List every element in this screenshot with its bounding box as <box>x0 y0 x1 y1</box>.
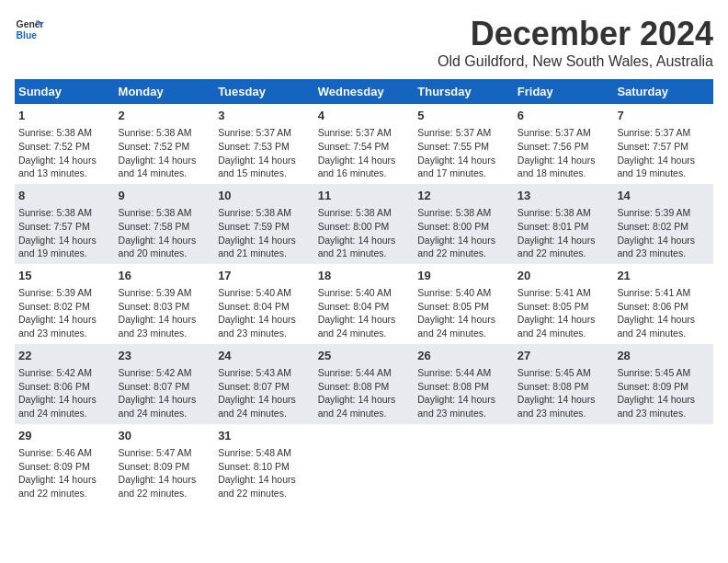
day-number: 18 <box>318 268 411 284</box>
day-cell: 18Sunrise: 5:40 AMSunset: 8:04 PMDayligh… <box>314 264 415 344</box>
daylight-text: Daylight: 14 hours and 13 minutes. <box>18 155 97 179</box>
page-header: General Blue December 2024 Old Guildford… <box>15 15 713 70</box>
sunrise-text: Sunrise: 5:45 AM <box>617 367 690 378</box>
sunset-text: Sunset: 7:58 PM <box>119 221 190 232</box>
calendar-table: SundayMondayTuesdayWednesdayThursdayFrid… <box>15 79 713 504</box>
sunset-text: Sunset: 8:09 PM <box>119 461 190 472</box>
sunrise-text: Sunrise: 5:42 AM <box>18 367 92 378</box>
day-number: 16 <box>119 268 211 284</box>
day-number: 7 <box>617 108 710 124</box>
week-row-4: 22Sunrise: 5:42 AMSunset: 8:06 PMDayligh… <box>15 344 713 424</box>
sunset-text: Sunset: 8:01 PM <box>518 221 589 232</box>
sunrise-text: Sunrise: 5:39 AM <box>119 287 192 298</box>
day-cell: 24Sunrise: 5:43 AMSunset: 8:07 PMDayligh… <box>214 344 314 424</box>
day-cell <box>613 424 713 504</box>
sunset-text: Sunset: 8:02 PM <box>18 301 90 312</box>
daylight-text: Daylight: 14 hours and 15 minutes. <box>218 155 296 179</box>
sunrise-text: Sunrise: 5:40 AM <box>318 287 392 298</box>
daylight-text: Daylight: 14 hours and 18 minutes. <box>518 155 596 179</box>
day-number: 19 <box>417 268 510 284</box>
sunset-text: Sunset: 7:59 PM <box>218 221 290 232</box>
day-cell: 14Sunrise: 5:39 AMSunset: 8:02 PMDayligh… <box>613 184 713 264</box>
sunrise-text: Sunrise: 5:37 AM <box>218 127 291 138</box>
sunset-text: Sunset: 8:04 PM <box>218 301 290 312</box>
daylight-text: Daylight: 14 hours and 21 minutes. <box>318 235 396 259</box>
header-cell-thursday: Thursday <box>414 79 514 104</box>
daylight-text: Daylight: 14 hours and 24 minutes. <box>318 394 396 419</box>
week-row-5: 29Sunrise: 5:46 AMSunset: 8:09 PMDayligh… <box>15 424 713 504</box>
daylight-text: Daylight: 14 hours and 22 minutes. <box>218 474 296 499</box>
day-cell: 12Sunrise: 5:38 AMSunset: 8:00 PMDayligh… <box>414 184 514 264</box>
day-number: 31 <box>218 428 311 444</box>
day-number: 4 <box>318 108 411 124</box>
sunrise-text: Sunrise: 5:37 AM <box>518 127 591 138</box>
sunrise-text: Sunrise: 5:41 AM <box>617 287 690 298</box>
daylight-text: Daylight: 14 hours and 22 minutes. <box>18 474 97 499</box>
daylight-text: Daylight: 14 hours and 16 minutes. <box>318 155 396 179</box>
header-cell-monday: Monday <box>115 79 215 104</box>
sunset-text: Sunset: 8:05 PM <box>518 301 589 312</box>
day-cell: 4Sunrise: 5:37 AMSunset: 7:54 PMDaylight… <box>314 104 415 184</box>
daylight-text: Daylight: 14 hours and 24 minutes. <box>18 394 97 419</box>
day-number: 30 <box>119 428 211 444</box>
sunrise-text: Sunrise: 5:48 AM <box>218 447 291 458</box>
sunrise-text: Sunrise: 5:37 AM <box>417 127 491 138</box>
header-row: SundayMondayTuesdayWednesdayThursdayFrid… <box>15 79 713 104</box>
day-cell <box>414 424 514 504</box>
daylight-text: Daylight: 14 hours and 24 minutes. <box>617 314 695 339</box>
sunset-text: Sunset: 8:08 PM <box>518 381 589 392</box>
daylight-text: Daylight: 14 hours and 24 minutes. <box>218 394 296 419</box>
day-number: 27 <box>518 348 610 364</box>
logo: General Blue <box>15 15 44 44</box>
daylight-text: Daylight: 14 hours and 14 minutes. <box>119 155 197 179</box>
sunset-text: Sunset: 7:57 PM <box>617 141 688 152</box>
day-cell: 13Sunrise: 5:38 AMSunset: 8:01 PMDayligh… <box>514 184 614 264</box>
day-number: 8 <box>18 188 111 204</box>
day-number: 21 <box>617 268 710 284</box>
day-number: 13 <box>518 188 610 204</box>
sunset-text: Sunset: 8:06 PM <box>18 381 90 392</box>
sunrise-text: Sunrise: 5:40 AM <box>417 287 491 298</box>
day-cell: 31Sunrise: 5:48 AMSunset: 8:10 PMDayligh… <box>214 424 314 504</box>
day-cell: 19Sunrise: 5:40 AMSunset: 8:05 PMDayligh… <box>414 264 514 344</box>
day-cell: 26Sunrise: 5:44 AMSunset: 8:08 PMDayligh… <box>414 344 514 424</box>
day-cell: 27Sunrise: 5:45 AMSunset: 8:08 PMDayligh… <box>514 344 614 424</box>
day-cell: 20Sunrise: 5:41 AMSunset: 8:05 PMDayligh… <box>514 264 614 344</box>
header-cell-saturday: Saturday <box>613 79 713 104</box>
day-cell: 16Sunrise: 5:39 AMSunset: 8:03 PMDayligh… <box>115 264 215 344</box>
sunset-text: Sunset: 8:07 PM <box>218 381 290 392</box>
sunrise-text: Sunrise: 5:43 AM <box>218 367 291 378</box>
day-number: 20 <box>518 268 610 284</box>
day-cell: 29Sunrise: 5:46 AMSunset: 8:09 PMDayligh… <box>15 424 115 504</box>
daylight-text: Daylight: 14 hours and 24 minutes. <box>417 314 495 339</box>
day-cell <box>314 424 415 504</box>
sunrise-text: Sunrise: 5:44 AM <box>318 367 392 378</box>
sunset-text: Sunset: 8:10 PM <box>218 461 290 472</box>
sunrise-text: Sunrise: 5:38 AM <box>18 127 92 138</box>
day-number: 28 <box>617 348 710 364</box>
daylight-text: Daylight: 14 hours and 23 minutes. <box>18 314 97 339</box>
day-cell: 5Sunrise: 5:37 AMSunset: 7:55 PMDaylight… <box>414 104 514 184</box>
title-section: December 2024 Old Guildford, New South W… <box>438 15 713 70</box>
header-cell-sunday: Sunday <box>15 79 115 104</box>
sunrise-text: Sunrise: 5:39 AM <box>617 207 690 218</box>
day-cell: 17Sunrise: 5:40 AMSunset: 8:04 PMDayligh… <box>214 264 314 344</box>
sunset-text: Sunset: 8:09 PM <box>18 461 90 472</box>
daylight-text: Daylight: 14 hours and 24 minutes. <box>518 314 596 339</box>
day-number: 3 <box>218 108 311 124</box>
daylight-text: Daylight: 14 hours and 20 minutes. <box>119 235 197 259</box>
sunset-text: Sunset: 8:00 PM <box>318 221 390 232</box>
sunset-text: Sunset: 8:02 PM <box>617 221 688 232</box>
day-number: 17 <box>218 268 311 284</box>
sunset-text: Sunset: 7:52 PM <box>119 141 190 152</box>
day-number: 29 <box>18 428 111 444</box>
sunrise-text: Sunrise: 5:38 AM <box>318 207 392 218</box>
header-cell-friday: Friday <box>514 79 614 104</box>
sunset-text: Sunset: 8:00 PM <box>417 221 489 232</box>
day-number: 2 <box>119 108 211 124</box>
day-number: 26 <box>417 348 510 364</box>
day-number: 9 <box>119 188 211 204</box>
day-number: 12 <box>417 188 510 204</box>
daylight-text: Daylight: 14 hours and 23 minutes. <box>417 394 495 419</box>
daylight-text: Daylight: 14 hours and 24 minutes. <box>318 314 396 339</box>
